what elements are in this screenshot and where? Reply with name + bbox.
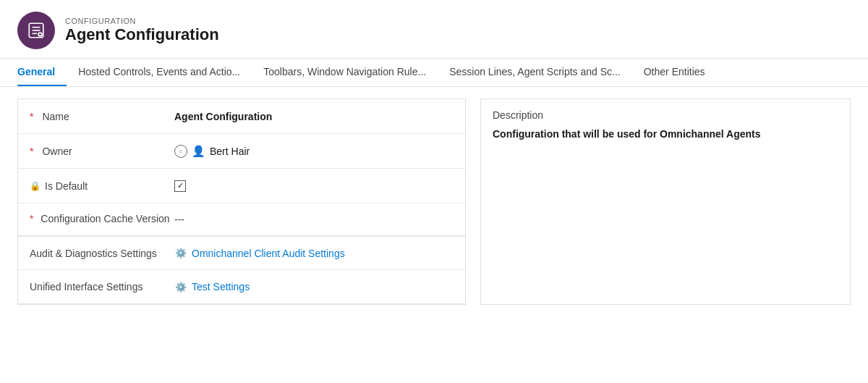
value-audit[interactable]: ⚙️ Omnichannel Client Audit Settings: [174, 245, 454, 260]
form-row-audit: Audit & Diagnostics Settings ⚙️ Omnichan…: [18, 236, 465, 271]
header-icon: [17, 12, 55, 49]
lock-icon: 🔒: [30, 181, 41, 191]
page-subtitle: CONFIGURATION: [65, 17, 219, 25]
owner-name: Bert Hair: [210, 146, 250, 157]
tab-hosted-controls[interactable]: Hosted Controls, Events and Actio...: [67, 59, 252, 86]
user-person-icon: 👤: [192, 145, 205, 158]
description-text: Configuration that will be used for Omni…: [493, 128, 838, 140]
label-name: * Name: [30, 111, 174, 122]
audit-link[interactable]: ⚙️ Omnichannel Client Audit Settings: [174, 247, 454, 260]
tab-other-entities[interactable]: Other Entities: [632, 59, 717, 86]
tabs-nav: General Hosted Controls, Events and Acti…: [0, 59, 868, 87]
form-row-unified: Unified Interface Settings ⚙️ Test Setti…: [18, 270, 465, 304]
value-owner[interactable]: ○ 👤 Bert Hair: [174, 145, 454, 158]
required-star-config-cache: *: [30, 213, 33, 224]
tab-session-lines[interactable]: Session Lines, Agent Scripts and Sc...: [438, 59, 632, 86]
content-area: * Name Agent Configuration * Owner ○ 👤 B…: [0, 87, 868, 316]
form-section: * Name Agent Configuration * Owner ○ 👤 B…: [17, 98, 466, 305]
form-row-name: * Name Agent Configuration: [18, 99, 465, 134]
description-section: Description Configuration that will be u…: [480, 98, 851, 305]
label-unified: Unified Interface Settings: [30, 279, 174, 295]
checkbox-is-default[interactable]: ✓: [174, 180, 186, 192]
description-title: Description: [493, 109, 838, 121]
value-name: Agent Configuration: [174, 111, 454, 122]
label-is-default: 🔒 Is Default: [30, 180, 174, 192]
page-title: Agent Configuration: [65, 25, 219, 44]
header: CONFIGURATION Agent Configuration: [0, 0, 868, 59]
required-star-name: *: [30, 111, 33, 122]
form-row-is-default: 🔒 Is Default ✓: [18, 169, 465, 203]
unified-link[interactable]: ⚙️ Test Settings: [174, 280, 454, 293]
unified-link-icon: ⚙️: [174, 280, 187, 293]
owner-circle-icon: ○: [174, 145, 187, 158]
value-is-default[interactable]: ✓: [174, 180, 454, 192]
label-config-cache: * Configuration Cache Version: [30, 212, 174, 227]
form-row-owner: * Owner ○ 👤 Bert Hair: [18, 134, 465, 169]
form-row-config-cache: * Configuration Cache Version ---: [18, 203, 465, 236]
tab-toolbars[interactable]: Toolbars, Window Navigation Rule...: [252, 59, 438, 86]
audit-link-icon: ⚙️: [174, 247, 187, 260]
tab-general[interactable]: General: [17, 59, 67, 86]
value-unified[interactable]: ⚙️ Test Settings: [174, 279, 454, 293]
required-star-owner: *: [30, 146, 33, 157]
label-owner: * Owner: [30, 146, 174, 157]
label-audit: Audit & Diagnostics Settings: [30, 245, 174, 261]
value-config-cache: ---: [174, 212, 454, 225]
